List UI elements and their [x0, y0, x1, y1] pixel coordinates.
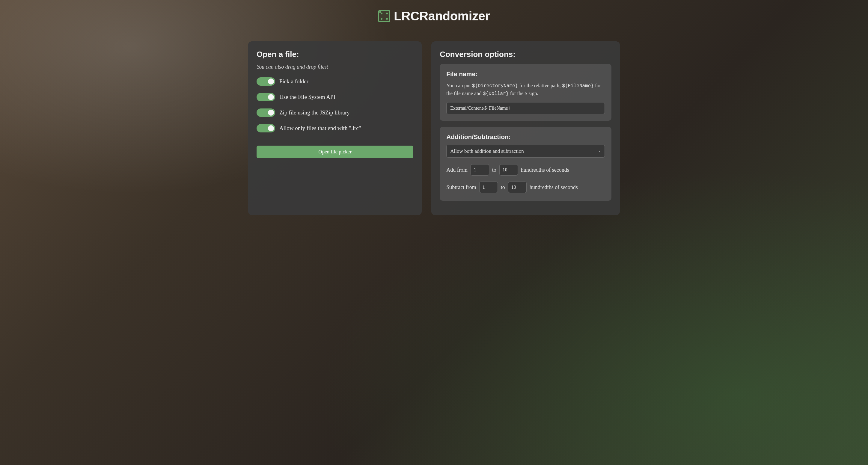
addsub-title: Addition/Subtraction: — [446, 133, 605, 140]
open-file-panel: Open a file: You can also drag and drop … — [248, 41, 422, 215]
toggle-row-folder: Pick a folder — [256, 77, 413, 86]
open-file-picker-button[interactable]: Open file picker — [256, 145, 413, 158]
pick-folder-toggle[interactable] — [256, 77, 275, 86]
filename-title: File name: — [446, 70, 605, 77]
dice-icon — [378, 10, 390, 22]
subtract-range-row: Subtract from to hundredths of seconds — [446, 181, 605, 193]
zip-label: Zip file using the JSZip library — [279, 109, 350, 116]
filename-help: You can put ${DirectoryName} for the rel… — [446, 82, 605, 97]
addsub-mode-select[interactable]: Allow both addition and subtraction — [446, 145, 605, 158]
toggle-row-lrc: Allow only files that end with ".lrc" — [256, 124, 413, 132]
toggle-row-zip: Zip file using the JSZip library — [256, 108, 413, 117]
help-text-part: You can put — [446, 83, 472, 88]
to-label: to — [501, 184, 505, 191]
toggle-row-fsapi: Use the File System API — [256, 93, 413, 101]
lrc-only-label: Allow only files that end with ".lrc" — [279, 125, 361, 132]
subtract-from-label: Subtract from — [446, 184, 476, 191]
filename-input[interactable] — [446, 102, 605, 114]
pick-folder-label: Pick a folder — [279, 78, 308, 85]
help-text-part: for the $ sign. — [508, 91, 538, 96]
to-label: to — [492, 167, 496, 173]
file-system-api-label: Use the File System API — [279, 94, 335, 100]
subtract-from-input[interactable] — [479, 181, 498, 193]
app-header: LRCRandomizer — [0, 9, 868, 23]
subtract-unit-label: hundredths of seconds — [530, 184, 578, 191]
filename-section: File name: You can put ${DirectoryName} … — [440, 64, 612, 121]
template-var: ${FileName} — [562, 83, 594, 89]
add-from-label: Add from — [446, 167, 468, 173]
subtract-to-input[interactable] — [508, 181, 527, 193]
file-system-api-toggle[interactable] — [256, 93, 275, 101]
conversion-options-title: Conversion options: — [440, 50, 612, 59]
zip-toggle[interactable] — [256, 108, 275, 117]
add-to-input[interactable] — [499, 164, 518, 175]
main-container: Open a file: You can also drag and drop … — [224, 41, 644, 215]
conversion-options-panel: Conversion options: File name: You can p… — [431, 41, 620, 215]
app-title: LRCRandomizer — [394, 9, 490, 23]
add-range-row: Add from to hundredths of seconds — [446, 164, 605, 175]
lrc-only-toggle[interactable] — [256, 124, 275, 132]
add-from-input[interactable] — [471, 164, 489, 175]
addsub-section: Addition/Subtraction: Allow both additio… — [440, 127, 612, 201]
zip-label-prefix: Zip file using the — [279, 109, 320, 115]
template-var: ${DirectoryName} — [472, 83, 518, 89]
add-unit-label: hundredths of seconds — [521, 167, 569, 173]
drag-drop-hint: You can also drag and drop files! — [256, 64, 413, 70]
help-text-part: for the relative path; — [518, 83, 562, 88]
template-var: ${Dollar} — [483, 91, 508, 97]
open-file-title: Open a file: — [256, 50, 413, 59]
jszip-link[interactable]: JSZip library — [320, 109, 350, 115]
